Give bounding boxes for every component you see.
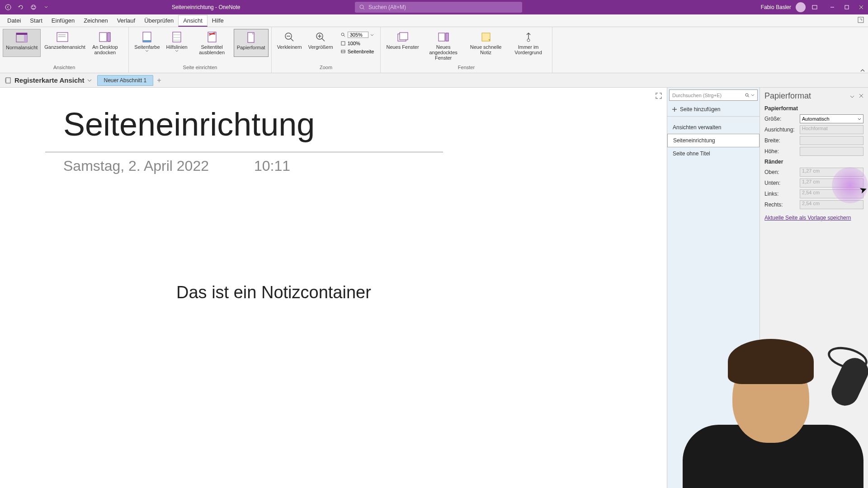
- svg-rect-43: [400, 33, 408, 40]
- add-section-button[interactable]: +: [157, 76, 161, 84]
- zoom-100[interactable]: 100%: [339, 40, 376, 47]
- normalansicht-button[interactable]: Normalansicht: [3, 29, 41, 57]
- verkleinern-button[interactable]: Verkleinern: [274, 29, 305, 57]
- ribbon: Normalansicht Ganzseitenansicht An Deskt…: [0, 27, 868, 73]
- page-canvas[interactable]: Seiteneinrichtung Samstag, 2. April 2022…: [0, 88, 667, 488]
- svg-rect-22: [173, 32, 181, 42]
- page-link-ansichten[interactable]: Ansichten verwalten: [667, 121, 760, 134]
- search-placeholder: Suchen (Alt+M): [368, 4, 406, 10]
- pane-section-raender: Ränder: [764, 159, 863, 165]
- fullscreen-icon[interactable]: [655, 92, 662, 101]
- menu-ueberpruefen[interactable]: Überprüfen: [140, 15, 178, 26]
- schnellenotiz-button[interactable]: Neue schnelle Notiz: [465, 29, 507, 62]
- svg-rect-13: [16, 33, 27, 35]
- hilfslinien-button[interactable]: Hilfslinien: [164, 29, 190, 57]
- pane-section-papierformat: Papierformat: [764, 105, 863, 112]
- menu-start[interactable]: Start: [25, 15, 47, 26]
- page-time[interactable]: 10:11: [254, 158, 290, 174]
- minimize-button[interactable]: [829, 4, 835, 10]
- angedocktes-button[interactable]: Neues angedocktes Fenster: [423, 29, 464, 62]
- size-label: Größe:: [764, 116, 800, 122]
- vordergrund-button[interactable]: Immer im Vordergrund: [508, 29, 549, 62]
- search-icon: [340, 32, 346, 38]
- angedocktes-icon: [437, 31, 450, 43]
- ribbon-collapse-icon[interactable]: [860, 67, 865, 75]
- save-template-link[interactable]: Aktuelle Seite als Vorlage speichern: [764, 215, 863, 221]
- svg-rect-11: [858, 17, 863, 23]
- page-search-input[interactable]: Durchsuchen (Strg+E): [669, 89, 758, 101]
- touch-icon[interactable]: [29, 3, 38, 12]
- search-input[interactable]: Suchen (Alt+M): [355, 2, 522, 13]
- note-container[interactable]: Das ist ein Notizcontainer: [176, 283, 667, 302]
- notebook-selector[interactable]: Registerkarte Ansicht: [5, 76, 97, 84]
- svg-line-36: [322, 38, 325, 41]
- avatar[interactable]: [796, 2, 806, 12]
- seitentitel-button[interactable]: Seitentitel ausblenden: [191, 29, 233, 57]
- chevron-down-icon: [751, 94, 755, 96]
- orientation-input: Hochformat: [800, 125, 863, 134]
- pane-options-icon[interactable]: [850, 93, 854, 99]
- menu-zeichnen[interactable]: Zeichnen: [79, 15, 112, 26]
- notebook-icon: [5, 77, 12, 84]
- menu-verlauf[interactable]: Verlauf: [113, 15, 140, 26]
- neuesfenster-button[interactable]: Neues Fenster: [383, 29, 421, 62]
- svg-rect-15: [57, 33, 68, 42]
- page-title[interactable]: Seiteneinrichtung: [63, 106, 667, 143]
- back-icon[interactable]: [4, 3, 13, 12]
- neuesfenster-icon: [396, 31, 409, 43]
- seitenfarbe-icon: [141, 31, 153, 43]
- right-label: Rechts:: [764, 202, 800, 208]
- schnellenotiz-icon: [480, 31, 492, 43]
- svg-line-53: [748, 96, 749, 97]
- svg-line-32: [291, 38, 293, 41]
- search-icon: [745, 93, 750, 98]
- bottom-label: Unten:: [764, 180, 800, 186]
- user-name[interactable]: Fabio Basler: [761, 4, 791, 10]
- svg-rect-19: [108, 33, 110, 42]
- menu-ansicht[interactable]: Ansicht: [178, 15, 208, 27]
- seitenfarbe-button[interactable]: Seitenfarbe: [132, 29, 162, 57]
- orientation-label: Ausrichtung:: [764, 127, 800, 133]
- vergroessern-button[interactable]: Vergrößern: [306, 29, 336, 57]
- page-link-seiteneinrichtung[interactable]: Seiteneinrichtung: [667, 134, 760, 147]
- svg-rect-18: [99, 33, 107, 42]
- chevron-down-icon: [87, 79, 92, 82]
- svg-line-38: [344, 35, 345, 37]
- qat-dropdown-icon[interactable]: [42, 3, 51, 12]
- svg-rect-48: [6, 78, 10, 83]
- title-underline: [45, 152, 443, 152]
- menu-einfuegen[interactable]: Einfügen: [47, 15, 79, 26]
- ribbon-group-zoom: Verkleinern Vergrößern 305% 100% Seitenb…: [272, 27, 381, 73]
- ribbon-group-label: Zoom: [320, 65, 332, 71]
- zoom-percent[interactable]: 305%: [339, 31, 376, 39]
- chevron-down-icon: [145, 50, 149, 52]
- page-date[interactable]: Samstag, 2. April 2022: [63, 158, 209, 174]
- page-link-ohne-titel[interactable]: Seite ohne Titel: [667, 147, 760, 160]
- seitentitel-icon: [206, 31, 218, 43]
- menu-datei[interactable]: Datei: [3, 15, 25, 26]
- papierformat-button[interactable]: Papierformat: [234, 29, 269, 57]
- search-icon: [359, 5, 365, 10]
- menu-hilfe[interactable]: Hilfe: [208, 15, 228, 26]
- andesktop-button[interactable]: An Desktop andocken: [84, 29, 126, 57]
- section-tab[interactable]: Neuer Abschnitt 1: [97, 75, 154, 86]
- maximize-button[interactable]: [844, 4, 850, 10]
- undo-icon[interactable]: [16, 3, 25, 12]
- ribbon-group-label: Seite einrichten: [183, 65, 217, 71]
- zoom-width[interactable]: Seitenbreite: [339, 48, 376, 55]
- share-icon[interactable]: [857, 16, 864, 25]
- svg-rect-39: [341, 42, 345, 45]
- size-select[interactable]: Automatisch: [800, 114, 863, 123]
- ribbon-mode-icon[interactable]: [810, 3, 819, 12]
- ganzseitenansicht-icon: [56, 31, 69, 43]
- width-label: Breite:: [764, 137, 800, 144]
- andesktop-icon: [99, 31, 111, 43]
- zoomout-icon: [283, 31, 296, 43]
- ganzseitenansicht-button[interactable]: Ganzseitenansicht: [42, 29, 83, 57]
- pane-close-icon[interactable]: [859, 93, 863, 99]
- svg-point-4: [360, 5, 363, 9]
- close-button[interactable]: [858, 4, 864, 10]
- svg-point-2: [32, 6, 33, 7]
- titlebar: Seiteneinrichtung - OneNote Suchen (Alt+…: [0, 0, 868, 14]
- add-page-button[interactable]: Seite hinzufügen: [667, 103, 760, 117]
